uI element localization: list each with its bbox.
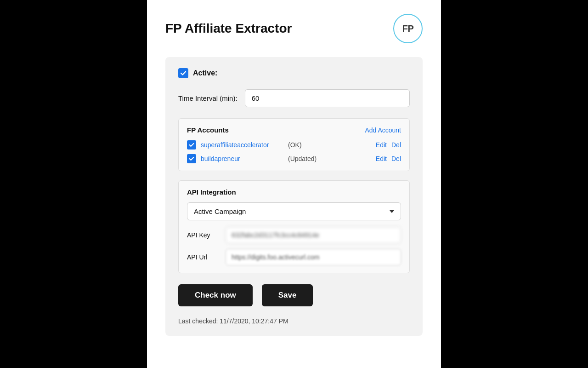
- fp-accounts-header: FP Accounts Add Account: [187, 126, 401, 134]
- last-checked: Last checked: 11/7/2020, 10:27:47 PM: [178, 317, 410, 325]
- account-2-status: (Updated): [288, 155, 317, 162]
- account-row: buildapreneur (Updated) Edit Del: [187, 154, 401, 163]
- logo-text: FP: [402, 23, 414, 34]
- fp-accounts-title: FP Accounts: [187, 126, 229, 134]
- active-checkbox[interactable]: [178, 68, 188, 78]
- add-account-link[interactable]: Add Account: [365, 126, 401, 134]
- account-2-del[interactable]: Del: [391, 155, 401, 162]
- fp-accounts-card: FP Accounts Add Account superaffiliateac…: [178, 118, 410, 171]
- account-1-del[interactable]: Del: [391, 141, 401, 149]
- button-row: Check now Save: [178, 284, 410, 306]
- api-url-label: API Url: [187, 253, 219, 261]
- api-key-row: API Key: [187, 227, 401, 243]
- account-1-edit[interactable]: Edit: [376, 141, 387, 149]
- api-integration-select[interactable]: Active Campaign Drip ConvertKit Mailchim…: [187, 202, 401, 220]
- time-interval-row: Time Interval (min):: [178, 89, 410, 107]
- account-2-name: buildapreneur: [201, 155, 283, 162]
- account-1-name: superaffiliateaccelerator: [201, 141, 283, 149]
- account-2-edit[interactable]: Edit: [376, 155, 387, 162]
- api-url-row: API Url: [187, 249, 401, 265]
- page-title: FP Affiliate Extractor: [165, 21, 292, 36]
- time-interval-input[interactable]: [245, 89, 410, 107]
- check-now-button[interactable]: Check now: [178, 284, 253, 306]
- api-key-label: API Key: [187, 231, 219, 239]
- api-key-input[interactable]: [226, 227, 401, 243]
- main-card: Active: Time Interval (min): FP Accounts…: [165, 57, 423, 336]
- account-1-status: (OK): [288, 141, 302, 149]
- time-interval-label: Time Interval (min):: [178, 94, 237, 102]
- save-button[interactable]: Save: [262, 284, 313, 306]
- account-2-checkbox[interactable]: [187, 154, 196, 163]
- account-1-checkbox[interactable]: [187, 140, 196, 150]
- account-row: superaffiliateaccelerator (OK) Edit Del: [187, 140, 401, 150]
- api-integration-title: API Integration: [187, 188, 401, 196]
- active-row: Active:: [178, 68, 410, 78]
- app-logo: FP: [393, 14, 423, 43]
- app-header: FP Affiliate Extractor FP: [165, 14, 423, 43]
- active-label: Active:: [193, 69, 217, 77]
- api-url-input[interactable]: [226, 249, 401, 265]
- api-integration-card: API Integration Active Campaign Drip Con…: [178, 180, 410, 273]
